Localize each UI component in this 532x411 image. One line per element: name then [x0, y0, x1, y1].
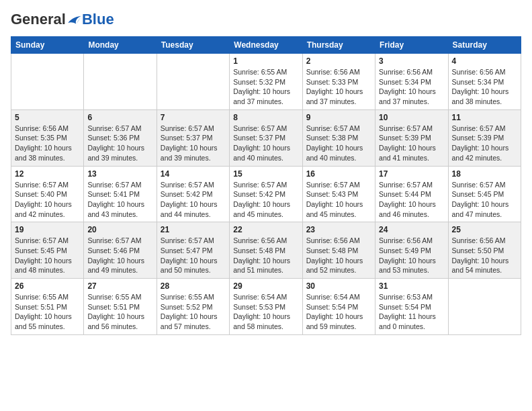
- day-number: 21: [161, 225, 226, 234]
- day-info: Sunrise: 6:57 AM Sunset: 5:42 PM Dayligh…: [233, 180, 298, 220]
- day-number: 8: [233, 113, 298, 122]
- col-tuesday: Tuesday: [157, 37, 229, 54]
- day-cell-w5-d4: 29Sunrise: 6:54 AM Sunset: 5:53 PM Dayli…: [230, 279, 302, 335]
- day-info: Sunrise: 6:57 AM Sunset: 5:37 PM Dayligh…: [233, 124, 298, 163]
- day-cell-w2-d7: 11Sunrise: 6:57 AM Sunset: 5:39 PM Dayli…: [448, 109, 521, 166]
- day-number: 29: [233, 281, 298, 291]
- page-header: General Blue: [11, 11, 521, 28]
- day-info: Sunrise: 6:55 AM Sunset: 5:51 PM Dayligh…: [15, 292, 80, 332]
- day-cell-w3-d4: 15Sunrise: 6:57 AM Sunset: 5:42 PM Dayli…: [230, 166, 302, 222]
- day-number: 25: [452, 225, 517, 234]
- day-cell-w1-d2: [84, 54, 157, 110]
- day-info: Sunrise: 6:57 AM Sunset: 5:41 PM Dayligh…: [87, 180, 152, 220]
- day-info: Sunrise: 6:57 AM Sunset: 5:46 PM Dayligh…: [87, 236, 152, 275]
- day-cell-w2-d3: 7Sunrise: 6:57 AM Sunset: 5:37 PM Daylig…: [157, 109, 229, 166]
- day-info: Sunrise: 6:56 AM Sunset: 5:33 PM Dayligh…: [306, 67, 371, 107]
- day-number: 4: [452, 56, 517, 66]
- day-cell-w5-d2: 27Sunrise: 6:55 AM Sunset: 5:51 PM Dayli…: [84, 279, 157, 335]
- day-number: 7: [161, 113, 226, 122]
- day-number: 10: [379, 113, 444, 122]
- day-cell-w4-d1: 19Sunrise: 6:57 AM Sunset: 5:45 PM Dayli…: [11, 222, 84, 279]
- day-number: 17: [379, 169, 444, 179]
- day-info: Sunrise: 6:55 AM Sunset: 5:52 PM Dayligh…: [161, 292, 226, 332]
- day-info: Sunrise: 6:54 AM Sunset: 5:53 PM Dayligh…: [233, 292, 298, 332]
- day-cell-w4-d2: 20Sunrise: 6:57 AM Sunset: 5:46 PM Dayli…: [84, 222, 157, 279]
- day-number: 19: [15, 225, 80, 234]
- day-info: Sunrise: 6:55 AM Sunset: 5:32 PM Dayligh…: [233, 67, 298, 107]
- day-cell-w3-d5: 16Sunrise: 6:57 AM Sunset: 5:43 PM Dayli…: [302, 166, 375, 222]
- day-cell-w4-d3: 21Sunrise: 6:57 AM Sunset: 5:47 PM Dayli…: [157, 222, 229, 279]
- day-cell-w5-d7: [448, 279, 521, 335]
- day-cell-w4-d6: 24Sunrise: 6:56 AM Sunset: 5:49 PM Dayli…: [375, 222, 448, 279]
- col-monday: Monday: [84, 37, 157, 54]
- day-info: Sunrise: 6:57 AM Sunset: 5:40 PM Dayligh…: [15, 180, 80, 220]
- col-saturday: Saturday: [448, 37, 521, 54]
- day-info: Sunrise: 6:53 AM Sunset: 5:54 PM Dayligh…: [379, 292, 444, 332]
- day-cell-w2-d5: 9Sunrise: 6:57 AM Sunset: 5:38 PM Daylig…: [302, 109, 375, 166]
- day-cell-w3-d3: 14Sunrise: 6:57 AM Sunset: 5:42 PM Dayli…: [157, 166, 229, 222]
- col-sunday: Sunday: [11, 37, 84, 54]
- week-row-5: 26Sunrise: 6:55 AM Sunset: 5:51 PM Dayli…: [11, 279, 521, 335]
- day-number: 12: [15, 169, 80, 179]
- day-info: Sunrise: 6:57 AM Sunset: 5:38 PM Dayligh…: [306, 124, 371, 163]
- day-cell-w2-d6: 10Sunrise: 6:57 AM Sunset: 5:39 PM Dayli…: [375, 109, 448, 166]
- col-friday: Friday: [375, 37, 448, 54]
- day-cell-w1-d1: [11, 54, 84, 110]
- day-number: 6: [87, 113, 152, 122]
- day-info: Sunrise: 6:56 AM Sunset: 5:35 PM Dayligh…: [15, 124, 80, 163]
- day-info: Sunrise: 6:54 AM Sunset: 5:54 PM Dayligh…: [306, 292, 371, 332]
- day-info: Sunrise: 6:56 AM Sunset: 5:48 PM Dayligh…: [306, 236, 371, 275]
- calendar-table: Sunday Monday Tuesday Wednesday Thursday…: [11, 36, 521, 335]
- day-number: 5: [15, 113, 80, 122]
- day-cell-w1-d3: [157, 54, 229, 110]
- day-info: Sunrise: 6:57 AM Sunset: 5:45 PM Dayligh…: [452, 180, 517, 220]
- week-row-4: 19Sunrise: 6:57 AM Sunset: 5:45 PM Dayli…: [11, 222, 521, 279]
- day-cell-w4-d7: 25Sunrise: 6:56 AM Sunset: 5:50 PM Dayli…: [448, 222, 521, 279]
- day-cell-w5-d6: 31Sunrise: 6:53 AM Sunset: 5:54 PM Dayli…: [375, 279, 448, 335]
- day-info: Sunrise: 6:57 AM Sunset: 5:43 PM Dayligh…: [306, 180, 371, 220]
- day-info: Sunrise: 6:56 AM Sunset: 5:34 PM Dayligh…: [452, 67, 517, 107]
- day-number: 27: [87, 281, 152, 291]
- day-number: 20: [87, 225, 152, 234]
- day-number: 23: [306, 225, 371, 234]
- col-wednesday: Wednesday: [230, 37, 302, 54]
- day-cell-w5-d3: 28Sunrise: 6:55 AM Sunset: 5:52 PM Dayli…: [157, 279, 229, 335]
- day-info: Sunrise: 6:55 AM Sunset: 5:51 PM Dayligh…: [87, 292, 152, 332]
- day-info: Sunrise: 6:57 AM Sunset: 5:39 PM Dayligh…: [452, 124, 517, 163]
- day-info: Sunrise: 6:57 AM Sunset: 5:47 PM Dayligh…: [161, 236, 226, 275]
- day-cell-w3-d1: 12Sunrise: 6:57 AM Sunset: 5:40 PM Dayli…: [11, 166, 84, 222]
- logo-bird-icon: [67, 13, 82, 26]
- day-number: 26: [15, 281, 80, 291]
- day-number: 15: [233, 169, 298, 179]
- day-number: 1: [233, 56, 298, 66]
- day-cell-w4-d5: 23Sunrise: 6:56 AM Sunset: 5:48 PM Dayli…: [302, 222, 375, 279]
- week-row-2: 5Sunrise: 6:56 AM Sunset: 5:35 PM Daylig…: [11, 109, 521, 166]
- day-cell-w1-d5: 2Sunrise: 6:56 AM Sunset: 5:33 PM Daylig…: [302, 54, 375, 110]
- week-row-3: 12Sunrise: 6:57 AM Sunset: 5:40 PM Dayli…: [11, 166, 521, 222]
- calendar-body: 1Sunrise: 6:55 AM Sunset: 5:32 PM Daylig…: [11, 54, 521, 335]
- day-number: 18: [452, 169, 517, 179]
- logo-blue-text: Blue: [82, 11, 114, 28]
- day-cell-w2-d1: 5Sunrise: 6:56 AM Sunset: 5:35 PM Daylig…: [11, 109, 84, 166]
- day-number: 24: [379, 225, 444, 234]
- day-cell-w4-d4: 22Sunrise: 6:56 AM Sunset: 5:48 PM Dayli…: [230, 222, 302, 279]
- day-number: 11: [452, 113, 517, 122]
- day-info: Sunrise: 6:57 AM Sunset: 5:45 PM Dayligh…: [15, 236, 80, 275]
- day-number: 13: [87, 169, 152, 179]
- day-info: Sunrise: 6:56 AM Sunset: 5:34 PM Dayligh…: [379, 67, 444, 107]
- day-number: 28: [161, 281, 226, 291]
- logo-general-text: General: [11, 11, 66, 28]
- day-info: Sunrise: 6:57 AM Sunset: 5:44 PM Dayligh…: [379, 180, 444, 220]
- day-cell-w1-d4: 1Sunrise: 6:55 AM Sunset: 5:32 PM Daylig…: [230, 54, 302, 110]
- day-number: 9: [306, 113, 371, 122]
- day-number: 2: [306, 56, 371, 66]
- day-cell-w3-d6: 17Sunrise: 6:57 AM Sunset: 5:44 PM Dayli…: [375, 166, 448, 222]
- day-info: Sunrise: 6:56 AM Sunset: 5:50 PM Dayligh…: [452, 236, 517, 275]
- day-info: Sunrise: 6:57 AM Sunset: 5:42 PM Dayligh…: [161, 180, 226, 220]
- day-cell-w3-d7: 18Sunrise: 6:57 AM Sunset: 5:45 PM Dayli…: [448, 166, 521, 222]
- day-number: 14: [161, 169, 226, 179]
- day-number: 16: [306, 169, 371, 179]
- day-cell-w5-d5: 30Sunrise: 6:54 AM Sunset: 5:54 PM Dayli…: [302, 279, 375, 335]
- logo: General Blue: [11, 11, 114, 28]
- day-cell-w5-d1: 26Sunrise: 6:55 AM Sunset: 5:51 PM Dayli…: [11, 279, 84, 335]
